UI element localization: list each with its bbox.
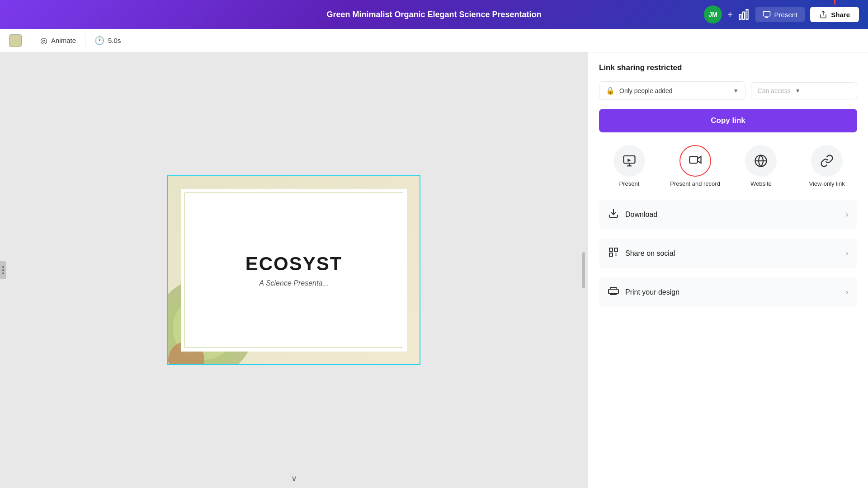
share-social-arrow: › (846, 249, 848, 258)
svg-marker-13 (627, 159, 631, 162)
add-button[interactable]: + (727, 9, 733, 20)
svg-rect-1 (742, 12, 744, 19)
share-social-label: Share on social (625, 249, 840, 258)
present-label: Present (774, 11, 798, 19)
share-social-action[interactable]: Share on social › (599, 239, 857, 268)
dropdown-chevron: ▼ (733, 88, 739, 94)
view-only-option-icon (811, 145, 843, 177)
animate-button[interactable]: ◎ Animate (40, 36, 76, 46)
lock-icon: 🔒 (606, 86, 615, 95)
share-options-grid: Present Present and record Website (599, 141, 857, 191)
can-access-dropdown[interactable]: Can access ▼ (751, 82, 857, 99)
present-button[interactable]: Present (755, 7, 805, 22)
animate-icon: ◎ (40, 36, 47, 46)
download-label: Download (625, 211, 840, 219)
animate-label: Animate (51, 37, 76, 44)
header-controls: JM + Present Share (704, 5, 859, 23)
toolbar-divider-2 (85, 34, 85, 47)
share-option-present-record[interactable]: Present and record (665, 141, 726, 191)
panel-title: Link sharing restricted (599, 63, 857, 72)
svg-rect-24 (609, 289, 618, 294)
slide-title: ECOSYST (245, 253, 343, 275)
copy-link-button[interactable]: Copy link (599, 109, 857, 132)
svg-rect-0 (739, 14, 741, 19)
present-option-label: Present (619, 180, 639, 187)
present-record-option-label: Present and record (670, 180, 720, 187)
share-option-present[interactable]: Present (599, 141, 660, 191)
svg-point-9 (2, 272, 4, 274)
share-social-icon (608, 247, 619, 260)
user-avatar[interactable]: JM (704, 5, 722, 23)
share-button[interactable]: Share (810, 7, 859, 22)
toolbar-divider-1 (31, 34, 31, 47)
present-record-option-icon (679, 145, 711, 177)
toolbar: ◎ Animate 🕐 5.0s (0, 29, 868, 52)
slide-preview: ECOSYST A Science Presenta... (167, 175, 420, 365)
svg-point-8 (2, 269, 4, 271)
timing-label: 5.0s (108, 37, 121, 44)
clock-icon: 🕐 (94, 36, 104, 46)
access-row: 🔒 Only people added ▼ Can access ▼ (599, 81, 857, 100)
view-only-option-label: View-only link (809, 180, 845, 187)
present-option-icon (613, 145, 645, 177)
scroll-indicator[interactable] (582, 252, 585, 288)
share-panel: Link sharing restricted 🔒 Only people ad… (588, 52, 868, 488)
share-option-website[interactable]: Website (731, 141, 792, 191)
svg-rect-2 (746, 9, 748, 19)
access-dropdown[interactable]: 🔒 Only people added ▼ (599, 81, 745, 100)
website-option-icon (745, 145, 777, 177)
can-access-chevron: ▼ (795, 88, 801, 94)
main-area: ECOSYST A Science Presenta... ∨ Link sha… (0, 52, 868, 488)
svg-rect-20 (614, 248, 618, 251)
download-action[interactable]: Download › (599, 200, 857, 230)
svg-marker-15 (698, 156, 701, 163)
access-dropdown-text: Only people added (619, 87, 729, 94)
svg-rect-21 (609, 253, 613, 256)
color-swatch[interactable] (9, 34, 22, 47)
svg-point-7 (2, 266, 4, 268)
download-arrow: › (846, 211, 848, 219)
can-access-text: Can access (758, 87, 791, 94)
svg-rect-19 (609, 248, 613, 251)
stats-icon[interactable] (738, 9, 750, 20)
header: Green Minimalist Organic Elegant Science… (0, 0, 868, 29)
print-label: Print your design (625, 288, 840, 296)
print-icon (608, 286, 619, 299)
print-action[interactable]: Print your design › (599, 277, 857, 307)
svg-rect-14 (689, 156, 698, 163)
canvas-area: ECOSYST A Science Presenta... ∨ (0, 52, 588, 488)
slide-subtitle: A Science Presenta... (259, 279, 328, 287)
svg-rect-3 (763, 11, 770, 16)
download-icon (608, 208, 619, 221)
bottom-scroll-indicator[interactable]: ∨ (291, 474, 297, 483)
timing-control[interactable]: 🕐 5.0s (94, 36, 121, 46)
left-handle[interactable] (0, 261, 6, 279)
share-label: Share (831, 11, 850, 19)
website-option-label: Website (750, 180, 772, 187)
share-option-view-only[interactable]: View-only link (797, 141, 857, 191)
print-arrow: › (846, 288, 848, 296)
